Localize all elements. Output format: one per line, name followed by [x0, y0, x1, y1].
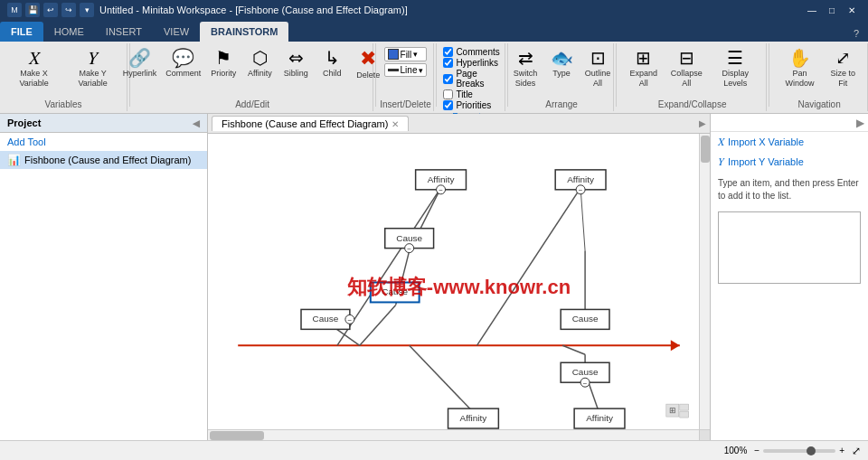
switch-sides-button[interactable]: ⇄ SwitchSides [508, 47, 542, 90]
line-dropdown[interactable]: Line ▾ [384, 63, 428, 77]
page-breaks-check[interactable]: Page Breaks [443, 69, 499, 89]
import-x-icon: 𝑋 [718, 136, 724, 148]
scroll-corner [699, 429, 710, 440]
zoom-thumb[interactable] [807, 446, 816, 455]
project-item-fishbone[interactable]: 📊 Fishbone (Cause and Effect Diagram) [0, 151, 207, 169]
svg-text:−: − [439, 186, 443, 194]
right-panel-collapse-arrow[interactable]: ▶ [711, 114, 868, 132]
pan-window-label: Pan Window [780, 69, 818, 89]
tab-home[interactable]: HOME [43, 22, 95, 42]
fill-dropdown[interactable]: Fill ▾ [384, 47, 428, 61]
canvas-tab-label: Fishbone (Cause and Effect Diagram) [222, 118, 388, 129]
add-tool-link[interactable]: Add Tool [0, 133, 207, 151]
help-icon[interactable]: ? [844, 25, 868, 42]
undo-icon[interactable]: ↩ [43, 3, 58, 17]
make-y-variable-button[interactable]: 𝑌 Make Y Variable [64, 47, 121, 90]
comments-check[interactable]: Comments [443, 47, 499, 57]
affinity-button[interactable]: ⬡ Affinity [242, 47, 277, 80]
expand-all-button[interactable]: ⊞ Expand All [624, 47, 664, 90]
tab-insert[interactable]: INSERT [95, 22, 153, 42]
title-check[interactable]: Title [443, 89, 499, 99]
tab-brainstorm[interactable]: BRAINSTORM [200, 22, 288, 42]
vscroll-thumb[interactable] [701, 136, 710, 163]
svg-line-5 [360, 305, 396, 345]
minimize-button[interactable]: — [803, 3, 821, 17]
svg-text:Affinity: Affinity [460, 413, 487, 423]
svg-text:Affinity: Affinity [586, 413, 613, 423]
comment-button[interactable]: 💬 Comment [162, 47, 204, 80]
type-button[interactable]: 🐟 Type [544, 47, 579, 80]
svg-text:Cause: Cause [396, 233, 422, 243]
canvas-tab-arrow[interactable]: ▶ [699, 118, 706, 128]
project-collapse-arrow[interactable]: ◀ [193, 118, 200, 128]
collapse-all-button[interactable]: ⊟ Collapse All [665, 47, 707, 90]
svg-text:−: − [579, 186, 583, 194]
save-icon[interactable]: 💾 [25, 3, 40, 17]
zoom-control[interactable]: − + [754, 446, 844, 455]
import-x-button[interactable]: 𝑋 Import X Variable [711, 132, 868, 152]
hyperlinks-checkbox[interactable] [443, 58, 453, 68]
hyperlink-button[interactable]: 🔗 Hyperlink [119, 47, 161, 80]
priority-icon: ⚑ [215, 49, 231, 67]
svg-text:Cause: Cause [382, 286, 408, 296]
pan-window-button[interactable]: ✋ Pan Window [777, 47, 822, 90]
ribbon-group-navigation: ✋ Pan Window ⤢ Size to Fit Navigation [771, 43, 868, 111]
display-levels-button[interactable]: ☰ Display Levels [710, 47, 761, 90]
canvas-tab[interactable]: Fishbone (Cause and Effect Diagram) ✕ [212, 116, 409, 131]
page-breaks-checkbox[interactable] [443, 74, 453, 84]
zoom-fit-icon[interactable]: ⤢ [852, 445, 861, 457]
sibling-button[interactable]: ⇔ Sibling [278, 47, 313, 80]
format-checks: Comments Hyperlinks Page Breaks Title Pr… [443, 47, 499, 110]
zoom-increase-icon[interactable]: + [839, 446, 844, 455]
type-label: Type [552, 69, 571, 79]
right-panel-input[interactable] [718, 211, 861, 284]
make-x-variable-button[interactable]: 𝑋 Make X Variable [5, 47, 62, 90]
outline-all-button[interactable]: ⊡ OutlineAll [580, 47, 615, 90]
title-checkbox[interactable] [443, 89, 453, 99]
fishbone-diagram: Affinity − Affinity − Cause − Cause [208, 134, 710, 440]
comments-checkbox[interactable] [443, 47, 453, 57]
priority-label: Priority [211, 69, 236, 79]
customize-icon[interactable]: ▾ [80, 3, 94, 17]
display-levels-label: Display Levels [713, 69, 758, 89]
line-label: Line [401, 65, 418, 75]
priority-button[interactable]: ⚑ Priority [206, 47, 241, 80]
svg-text:−: − [348, 316, 353, 324]
horizontal-scrollbar[interactable] [208, 429, 699, 440]
svg-text:Cause: Cause [313, 314, 339, 324]
svg-line-13 [562, 345, 585, 354]
priorities-check[interactable]: Priorities [443, 100, 499, 110]
make-x-label: Make X Variable [9, 69, 59, 89]
close-button[interactable]: ✕ [843, 3, 861, 17]
expand-all-label: Expand All [627, 69, 660, 89]
svg-text:−: − [407, 245, 411, 253]
collapse-all-icon: ⊟ [679, 49, 694, 67]
title-bar-icons: M 💾 ↩ ↪ ▾ [7, 3, 94, 17]
hyperlinks-check[interactable]: Hyperlinks [443, 58, 499, 68]
zoom-decrease-icon[interactable]: − [754, 446, 760, 455]
ribbon-group-navigation-content: ✋ Pan Window ⤢ Size to Fit [777, 45, 862, 98]
tab-file[interactable]: FILE [0, 22, 43, 42]
zoom-slider[interactable] [763, 449, 835, 453]
hscroll-thumb[interactable] [210, 431, 264, 440]
comment-label: Comment [165, 69, 201, 79]
project-header: Project ◀ [0, 114, 207, 133]
right-panel-instruction: Type an item, and then press Enter to ad… [711, 172, 868, 208]
tab-view[interactable]: VIEW [153, 22, 200, 42]
delete-label: Delete [356, 70, 380, 80]
maximize-button[interactable]: □ [823, 3, 841, 17]
child-button[interactable]: ↳ Child [315, 47, 349, 80]
canvas-body[interactable]: Affinity − Affinity − Cause − Cause [208, 134, 710, 440]
redo-icon[interactable]: ↪ [61, 3, 76, 17]
ribbon-group-variables-content: 𝑋 Make X Variable 𝑌 Make Y Variable [5, 45, 121, 98]
ribbon-group-add-edit: 🔗 Hyperlink 💬 Comment ⚑ Priority ⬡ Affin… [132, 43, 373, 111]
size-to-fit-button[interactable]: ⤢ Size to Fit [825, 47, 862, 90]
make-y-label: Make Y Variable [68, 69, 118, 89]
vertical-scrollbar[interactable] [699, 134, 710, 429]
affinity-label: Affinity [248, 69, 272, 79]
line-arrow: ▾ [419, 66, 423, 75]
priorities-checkbox[interactable] [443, 100, 453, 110]
canvas-tab-close[interactable]: ✕ [392, 119, 399, 129]
arrange-group-label: Arrange [545, 98, 578, 109]
import-y-button[interactable]: 𝑌 Import Y Variable [711, 152, 868, 172]
